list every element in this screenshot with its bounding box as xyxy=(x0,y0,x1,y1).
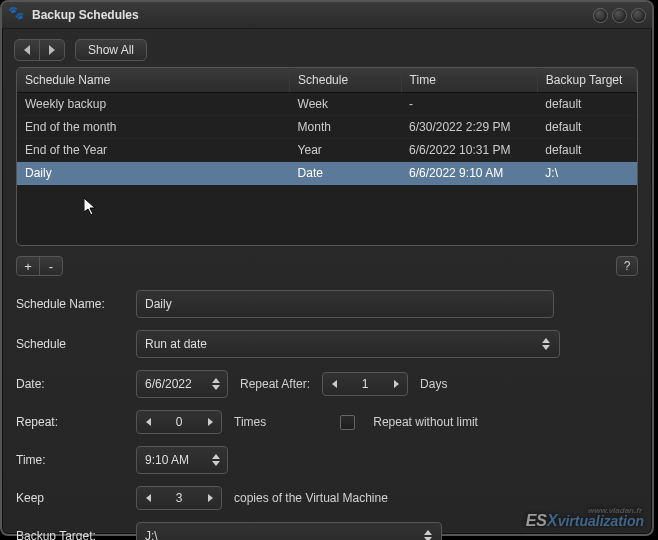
maximize-icon[interactable] xyxy=(612,8,627,23)
date-label: Date: xyxy=(16,377,136,391)
caret-left-icon xyxy=(332,380,337,388)
cell-schedule: Week xyxy=(290,93,402,116)
watermark-x: X xyxy=(547,512,558,530)
caret-right-icon xyxy=(208,418,213,426)
titlebar: Backup Schedules xyxy=(2,2,652,29)
schedule-form: Schedule Name: Daily Schedule Run at dat… xyxy=(16,290,638,540)
toolbar: Show All xyxy=(2,29,652,67)
schedule-select[interactable]: Run at date xyxy=(136,330,560,358)
stepper-inc-button[interactable] xyxy=(385,373,407,395)
repeat-stepper[interactable]: 0 xyxy=(136,410,222,434)
caret-right-icon xyxy=(208,494,213,502)
add-remove-group: + - xyxy=(16,256,63,276)
col-schedule[interactable]: Schedule xyxy=(290,68,402,93)
keep-value: 3 xyxy=(159,491,199,505)
stepper-inc-button[interactable] xyxy=(199,487,221,509)
cell-schedule: Year xyxy=(290,139,402,162)
repeat-after-unit: Days xyxy=(420,377,447,391)
cell-schedule: Date xyxy=(290,162,402,185)
repeat-after-label: Repeat After: xyxy=(240,377,310,391)
chevron-right-icon xyxy=(49,45,55,55)
cell-name: End of the month xyxy=(17,116,290,139)
caret-right-icon xyxy=(394,380,399,388)
time-label: Time: xyxy=(16,453,136,467)
table-actions: + - ? xyxy=(16,256,638,276)
keep-suffix: copies of the Virtual Machine xyxy=(234,491,388,505)
date-input[interactable]: 6/6/2022 xyxy=(136,370,228,398)
table-header-row: Schedule Name Schedule Time Backup Targe… xyxy=(17,68,637,93)
repeat-unit: Times xyxy=(234,415,266,429)
target-value: J:\ xyxy=(145,529,158,540)
repeat-after-value: 1 xyxy=(345,377,385,391)
cell-name: Daily xyxy=(17,162,290,185)
cell-time: 6/6/2022 9:10 AM xyxy=(401,162,537,185)
content-area: Schedule Name Schedule Time Backup Targe… xyxy=(2,67,652,540)
col-time[interactable]: Time xyxy=(401,68,537,93)
remove-button[interactable]: - xyxy=(40,257,62,275)
repeat-value: 0 xyxy=(159,415,199,429)
cell-time: - xyxy=(401,93,537,116)
add-button[interactable]: + xyxy=(17,257,40,275)
repeat-without-limit-label: Repeat without limit xyxy=(373,415,478,429)
target-label: Backup Target: xyxy=(16,529,136,540)
help-button[interactable]: ? xyxy=(616,256,638,276)
cell-time: 6/30/2022 2:29 PM xyxy=(401,116,537,139)
col-target[interactable]: Backup Target xyxy=(537,68,636,93)
keep-label: Keep xyxy=(16,491,136,505)
table-row[interactable]: End of the Year Year 6/6/2022 10:31 PM d… xyxy=(17,139,637,162)
repeat-label: Repeat: xyxy=(16,415,136,429)
schedule-value: Run at date xyxy=(145,337,207,351)
cell-name: End of the Year xyxy=(17,139,290,162)
stepper-inc-button[interactable] xyxy=(199,411,221,433)
caret-left-icon xyxy=(146,494,151,502)
show-all-button[interactable]: Show All xyxy=(75,39,147,61)
updown-icon xyxy=(537,338,555,350)
schedules-table: Schedule Name Schedule Time Backup Targe… xyxy=(17,68,637,245)
close-icon[interactable] xyxy=(631,8,646,23)
time-value: 9:10 AM xyxy=(145,453,189,467)
watermark-virt: virtualization xyxy=(558,513,644,529)
keep-stepper[interactable]: 3 xyxy=(136,486,222,510)
col-name[interactable]: Schedule Name xyxy=(17,68,290,93)
repeat-without-limit-checkbox[interactable] xyxy=(340,415,355,430)
schedules-table-box: Schedule Name Schedule Time Backup Targe… xyxy=(16,67,638,246)
table-row[interactable]: Weekly backup Week - default xyxy=(17,93,637,116)
cell-target: default xyxy=(537,93,636,116)
stepper-dec-button[interactable] xyxy=(137,487,159,509)
cell-schedule: Month xyxy=(290,116,402,139)
caret-left-icon xyxy=(146,418,151,426)
updown-icon xyxy=(419,530,437,540)
schedule-name-input[interactable]: Daily xyxy=(136,290,554,318)
stepper-dec-button[interactable] xyxy=(137,411,159,433)
app-paw-icon xyxy=(10,7,26,23)
table-row[interactable]: End of the month Month 6/30/2022 2:29 PM… xyxy=(17,116,637,139)
nav-back-button[interactable] xyxy=(15,40,40,60)
schedule-name-label: Schedule Name: xyxy=(16,297,136,311)
window-controls xyxy=(593,8,646,23)
minimize-icon[interactable] xyxy=(593,8,608,23)
schedule-name-value: Daily xyxy=(145,297,172,311)
cell-target: J:\ xyxy=(537,162,636,185)
cell-target: default xyxy=(537,139,636,162)
schedule-label: Schedule xyxy=(16,337,136,351)
table-row-selected[interactable]: Daily Date 6/6/2022 9:10 AM J:\ xyxy=(17,162,637,185)
cell-time: 6/6/2022 10:31 PM xyxy=(401,139,537,162)
backup-schedules-window: Backup Schedules Show All Schedule Name … xyxy=(0,0,654,536)
target-select[interactable]: J:\ xyxy=(136,522,442,540)
updown-icon xyxy=(207,378,225,390)
table-empty-space xyxy=(17,185,637,246)
date-value: 6/6/2022 xyxy=(145,377,192,391)
watermark: www.vladan.fr ESXvirtualization xyxy=(526,512,644,530)
updown-icon xyxy=(207,454,225,466)
stepper-dec-button[interactable] xyxy=(323,373,345,395)
cell-target: default xyxy=(537,116,636,139)
watermark-sub: www.vladan.fr xyxy=(588,506,642,515)
nav-group xyxy=(14,39,65,61)
nav-forward-button[interactable] xyxy=(40,40,64,60)
window-title: Backup Schedules xyxy=(32,8,139,22)
time-input[interactable]: 9:10 AM xyxy=(136,446,228,474)
cell-name: Weekly backup xyxy=(17,93,290,116)
watermark-esx: ES xyxy=(526,512,547,530)
repeat-after-stepper[interactable]: 1 xyxy=(322,372,408,396)
chevron-left-icon xyxy=(24,45,30,55)
